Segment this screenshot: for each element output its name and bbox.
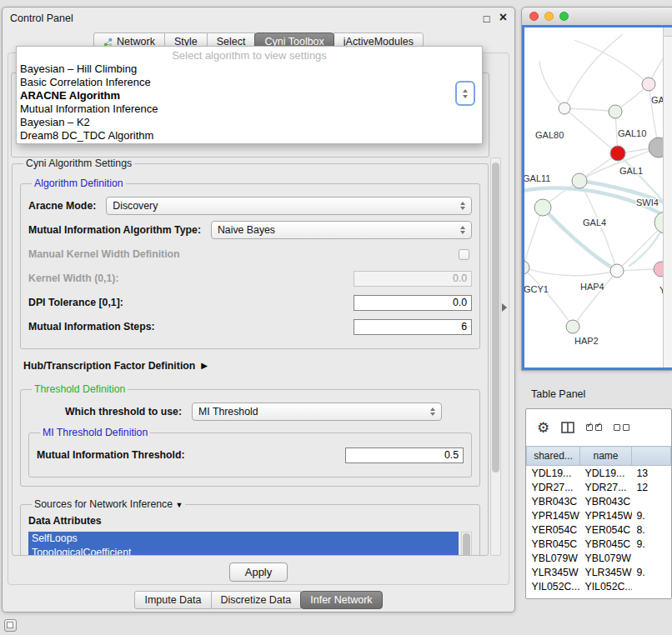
network-edge[interactable] bbox=[524, 208, 543, 268]
network-edge[interactable] bbox=[564, 34, 623, 108]
cell[interactable]: 9. bbox=[632, 565, 671, 579]
table-row[interactable]: YBR045C YBR045C 9. bbox=[527, 537, 671, 551]
mi-type-select[interactable]: Naive Bayes bbox=[211, 221, 472, 239]
attributes-scrollbar-thumb[interactable] bbox=[463, 533, 470, 556]
table-row[interactable]: YER054C YER054C 8. bbox=[527, 522, 671, 537]
network-edge[interactable] bbox=[524, 268, 573, 327]
network-edge[interactable] bbox=[573, 271, 617, 327]
cell[interactable]: 13 bbox=[632, 466, 671, 481]
cell[interactable]: 8. bbox=[632, 522, 671, 537]
network-edge[interactable] bbox=[539, 61, 564, 108]
attribute-item-selected[interactable]: SelfLoops bbox=[28, 532, 459, 546]
network-node[interactable] bbox=[534, 199, 551, 216]
cell[interactable]: 9. bbox=[632, 508, 671, 522]
cell[interactable]: YBR045C bbox=[527, 537, 580, 551]
algorithm-option[interactable]: Bayesian – Hill Climbing bbox=[17, 62, 482, 76]
gear-icon[interactable]: ⚙ bbox=[537, 421, 549, 435]
cell[interactable]: YDR27... bbox=[580, 480, 632, 494]
cell[interactable]: YLR345W bbox=[580, 565, 632, 579]
column-header-extra[interactable] bbox=[632, 447, 671, 466]
cell[interactable]: YIL052C... bbox=[527, 579, 580, 593]
network-node[interactable] bbox=[566, 320, 579, 333]
network-node[interactable] bbox=[610, 264, 624, 278]
float-window-icon[interactable]: □ bbox=[484, 13, 490, 24]
deselect-all-columns-icon[interactable] bbox=[614, 424, 629, 431]
table-row[interactable]: YIL052C... YIL052C... bbox=[527, 579, 671, 593]
cell[interactable] bbox=[632, 579, 671, 593]
cell[interactable]: YER054C bbox=[527, 522, 580, 537]
table-row[interactable]: YDR27... YDR27... 12 bbox=[527, 480, 671, 494]
network-node[interactable] bbox=[642, 78, 655, 91]
network-edge[interactable] bbox=[574, 40, 649, 84]
network-node[interactable] bbox=[559, 102, 570, 114]
network-node[interactable] bbox=[524, 261, 529, 274]
combo-up-arrow-icon bbox=[463, 89, 468, 92]
aracne-mode-select[interactable]: Discovery bbox=[106, 197, 472, 215]
tab-infer-network[interactable]: Infer Network bbox=[300, 591, 382, 609]
cell[interactable]: 12 bbox=[632, 480, 671, 494]
network-canvas[interactable]: GAL GAL80 GAL10 GAL11 GAL1 SWI4 GAL4 GCY… bbox=[522, 25, 672, 370]
cell[interactable]: 9. bbox=[632, 537, 671, 551]
manual-kernel-checkbox[interactable] bbox=[459, 249, 469, 260]
cell[interactable] bbox=[632, 494, 671, 508]
cell[interactable] bbox=[632, 551, 671, 565]
close-traffic-light[interactable] bbox=[529, 12, 539, 21]
splitter-collapse-arrow[interactable] bbox=[502, 303, 507, 312]
sources-group-title[interactable]: Sources for Network Inference ▼ bbox=[32, 498, 185, 510]
apply-button[interactable]: Apply bbox=[229, 562, 288, 582]
algorithm-option[interactable]: Bayesian – K2 bbox=[17, 116, 482, 129]
cell[interactable]: YBL079W bbox=[580, 551, 632, 565]
cell[interactable]: YPR145W bbox=[527, 508, 580, 522]
cell[interactable]: YBR043C bbox=[527, 494, 580, 508]
column-header-shared-name[interactable]: shared... bbox=[527, 447, 580, 466]
settings-scrollbar[interactable] bbox=[490, 158, 501, 556]
table-row[interactable]: YLR345W YLR345W 9. bbox=[527, 565, 671, 579]
cell[interactable]: YER054C bbox=[580, 522, 632, 537]
table-row[interactable]: YDL19... YDL19... 13 bbox=[527, 466, 671, 481]
cell[interactable]: YLR345W bbox=[527, 565, 580, 579]
column-header-name[interactable]: name bbox=[580, 447, 632, 466]
algorithm-combo-button[interactable] bbox=[455, 81, 475, 106]
attribute-item-selected[interactable]: TopologicalCoefficient bbox=[28, 546, 459, 556]
table-row[interactable]: YBL079W YBL079W bbox=[527, 551, 671, 565]
algorithm-option-selected[interactable]: ARACNE Algorithm bbox=[17, 89, 482, 102]
network-node[interactable] bbox=[649, 138, 664, 158]
cell[interactable]: YDL19... bbox=[580, 466, 632, 481]
hub-definition-expander[interactable]: Hub/Transcription Factor Definition ▶ bbox=[23, 360, 477, 372]
settings-scrollbar-thumb[interactable] bbox=[492, 162, 499, 472]
network-node[interactable] bbox=[609, 105, 622, 118]
cell[interactable]: YBR043C bbox=[580, 494, 632, 508]
tab-discretize-data[interactable]: Discretize Data bbox=[211, 591, 302, 609]
algorithm-option[interactable]: Mutual Information Inference bbox=[17, 102, 482, 116]
zoom-traffic-light[interactable] bbox=[559, 12, 569, 21]
network-edge[interactable] bbox=[524, 268, 617, 276]
table-row[interactable]: YBR043C YBR043C bbox=[527, 494, 671, 508]
mi-threshold-input[interactable]: 0.5 bbox=[345, 448, 464, 463]
select-all-columns-icon[interactable] bbox=[586, 424, 602, 431]
algorithm-option[interactable]: Basic Correlation Inference bbox=[17, 76, 482, 89]
tab-impute-data[interactable]: Impute Data bbox=[134, 591, 211, 609]
network-node-selected[interactable] bbox=[610, 146, 625, 161]
mi-steps-input[interactable]: 6 bbox=[354, 319, 472, 335]
algorithm-option[interactable]: Dream8 DC_TDC Algorithm bbox=[17, 129, 482, 142]
cell[interactable]: YBR045C bbox=[580, 537, 632, 551]
cell[interactable]: YBL079W bbox=[527, 551, 580, 565]
minimized-panel-icon[interactable] bbox=[4, 619, 17, 632]
network-node[interactable] bbox=[572, 173, 587, 188]
network-window-titlebar[interactable] bbox=[522, 8, 672, 26]
attributes-scrollbar[interactable] bbox=[461, 532, 472, 556]
cell[interactable]: YDL19... bbox=[527, 466, 580, 481]
which-threshold-select[interactable]: MI Threshold bbox=[192, 402, 442, 421]
close-icon[interactable]: × bbox=[499, 11, 507, 24]
cell[interactable]: YPR145W bbox=[580, 508, 632, 522]
table-row[interactable]: YPR145W YPR145W 9. bbox=[527, 508, 671, 522]
cell[interactable]: YDR27... bbox=[527, 480, 580, 494]
canvas-scrollbar-cap[interactable] bbox=[664, 28, 672, 37]
columns-icon[interactable] bbox=[561, 422, 574, 433]
canvas-scrollbar[interactable] bbox=[663, 28, 672, 368]
dpi-tolerance-input[interactable]: 0.0 bbox=[354, 295, 472, 311]
cell[interactable]: YIL052C... bbox=[580, 579, 632, 593]
control-panel-titlebar[interactable]: Control Panel □ × bbox=[3, 8, 514, 29]
minimize-traffic-light[interactable] bbox=[544, 12, 554, 21]
network-edge[interactable] bbox=[564, 108, 615, 112]
